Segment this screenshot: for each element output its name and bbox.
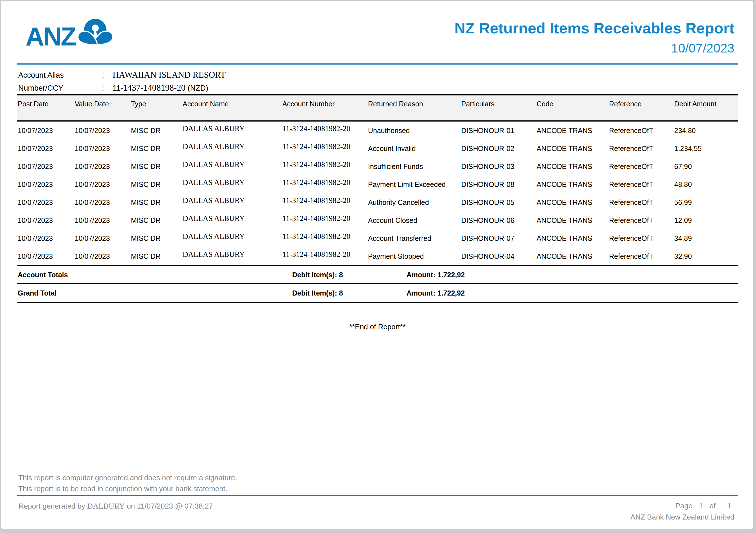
returned-items-table: Post Date Value Date Type Account Name A… bbox=[17, 94, 738, 303]
cell-value-date: 10/07/2023 bbox=[75, 163, 131, 171]
cell-debit-amount: 32,90 bbox=[674, 252, 738, 261]
footer-note-signature: This report is computer generated and do… bbox=[18, 473, 237, 482]
table-row: 10/07/2023 10/07/2023 MISC DR DALLAS ALB… bbox=[17, 193, 738, 211]
cell-value-date: 10/07/2023 bbox=[75, 198, 131, 207]
account-meta: Account Alias : HAWAIIAN ISLAND RESORT N… bbox=[18, 70, 412, 96]
col-header-account-name: Account Name bbox=[183, 100, 282, 108]
account-alias-label: Account Alias bbox=[18, 71, 102, 80]
account-totals-amount-label: Amount: bbox=[407, 270, 435, 279]
bank-name: ANZ Bank New Zealand Limited bbox=[631, 513, 734, 521]
cell-returned-reason: Unauthorised bbox=[368, 127, 461, 135]
cell-returned-reason: Account Transferred bbox=[368, 234, 461, 242]
cell-account-name: DALLAS ALBURY bbox=[183, 196, 282, 205]
cell-value-date: 10/07/2023 bbox=[75, 127, 131, 135]
col-header-value-date: Value Date bbox=[75, 100, 131, 108]
cell-account-number: 11-3124-14081982-20 bbox=[282, 124, 368, 133]
account-alias-row: Account Alias : HAWAIIAN ISLAND RESORT bbox=[18, 70, 412, 83]
col-header-particulars: Particulars bbox=[461, 100, 537, 108]
col-header-debit-amount: Debit Amount bbox=[674, 100, 738, 108]
cell-account-number: 11-3124-14081982-20 bbox=[282, 142, 368, 151]
total-pages: 1 bbox=[727, 501, 731, 510]
report-page: ANZ NZ Returned Items Receivables Report… bbox=[1, 1, 753, 529]
cell-returned-reason: Payment Limit Exceeded bbox=[368, 181, 461, 189]
cell-account-number: 11-3124-14081982-20 bbox=[282, 196, 368, 205]
cell-code: ANCODE TRANS bbox=[537, 252, 609, 261]
cell-returned-reason: Authority Cancelled bbox=[368, 198, 461, 207]
number-ccy-value: 11-1437-1408198-20 (NZD) bbox=[113, 83, 412, 93]
footer-divider bbox=[17, 495, 738, 496]
cell-particulars: DISHONOUR-01 bbox=[461, 127, 537, 135]
cell-returned-reason: Account Invalid bbox=[368, 144, 461, 153]
cell-account-name: DALLAS ALBURY bbox=[183, 232, 282, 241]
generated-user: DALBURY bbox=[87, 501, 125, 510]
cell-particulars: DISHONOUR-04 bbox=[461, 252, 537, 261]
cell-returned-reason: Account Closed bbox=[368, 216, 461, 224]
cell-returned-reason: Insufficient Funds bbox=[368, 163, 461, 171]
cell-type: MISC DR bbox=[131, 181, 183, 189]
report-date: 10/07/2023 bbox=[455, 41, 734, 56]
cell-type: MISC DR bbox=[131, 198, 183, 207]
cell-reference: ReferenceOfT bbox=[609, 144, 674, 153]
cell-type: MISC DR bbox=[131, 144, 183, 153]
account-totals-row: Account Totals Debit Item(s): 8 Amount: … bbox=[17, 266, 738, 284]
account-alias-colon: : bbox=[102, 71, 113, 80]
footer-note-statement: This report is to be read in conjunction… bbox=[18, 484, 227, 493]
cell-post-date: 10/07/2023 bbox=[18, 198, 75, 207]
cell-post-date: 10/07/2023 bbox=[18, 163, 75, 171]
cell-account-name: DALLAS ALBURY bbox=[183, 250, 282, 259]
number-ccy-row: Number/CCY : 11-1437-1408198-20 (NZD) bbox=[18, 83, 412, 96]
col-header-reference: Reference bbox=[609, 100, 674, 108]
cell-value-date: 10/07/2023 bbox=[75, 216, 131, 224]
grand-total-row: Grand Total Debit Item(s): 8 Amount: 1.7… bbox=[17, 284, 738, 303]
generated-line: Report generated by DALBURY on 11/07/202… bbox=[18, 501, 213, 511]
cell-account-name: DALLAS ALBURY bbox=[183, 142, 282, 151]
cell-reference: ReferenceOfT bbox=[609, 163, 674, 171]
table-row: 10/07/2023 10/07/2023 MISC DR DALLAS ALB… bbox=[17, 229, 738, 247]
cell-reference: ReferenceOfT bbox=[609, 127, 674, 135]
cell-code: ANCODE TRANS bbox=[537, 144, 609, 153]
col-header-type: Type bbox=[131, 100, 183, 108]
cell-debit-amount: 56,99 bbox=[674, 198, 738, 207]
cell-account-name: DALLAS ALBURY bbox=[183, 160, 282, 169]
cell-type: MISC DR bbox=[131, 234, 183, 242]
anz-lotus-icon bbox=[76, 18, 114, 45]
end-of-report: **End of Report** bbox=[17, 322, 738, 331]
cell-code: ANCODE TRANS bbox=[537, 127, 609, 135]
number-ccy-label: Number/CCY bbox=[18, 84, 102, 93]
table-header-row: Post Date Value Date Type Account Name A… bbox=[17, 94, 738, 121]
cell-reference: ReferenceOfT bbox=[609, 198, 674, 207]
report-title: NZ Returned Items Receivables Report bbox=[455, 20, 734, 37]
cell-type: MISC DR bbox=[131, 216, 183, 224]
cell-particulars: DISHONOUR-03 bbox=[461, 163, 537, 171]
cell-account-number: 11-3124-14081982-20 bbox=[282, 178, 368, 187]
cell-account-number: 11-3124-14081982-20 bbox=[282, 250, 368, 259]
table-row: 10/07/2023 10/07/2023 MISC DR DALLAS ALB… bbox=[17, 140, 738, 158]
table-row: 10/07/2023 10/07/2023 MISC DR DALLAS ALB… bbox=[17, 158, 738, 175]
cell-post-date: 10/07/2023 bbox=[18, 216, 75, 224]
cell-particulars: DISHONOUR-08 bbox=[461, 181, 537, 189]
cell-account-number: 11-3124-14081982-20 bbox=[282, 160, 368, 169]
anz-logo-text: ANZ bbox=[26, 24, 75, 49]
cell-post-date: 10/07/2023 bbox=[18, 181, 75, 189]
cell-debit-amount: 67,90 bbox=[674, 163, 738, 171]
cell-type: MISC DR bbox=[131, 127, 183, 135]
cell-account-number: 11-3124-14081982-20 bbox=[282, 214, 368, 223]
account-totals-label: Account Totals bbox=[18, 270, 68, 279]
anz-logo: ANZ bbox=[26, 18, 114, 45]
cell-post-date: 10/07/2023 bbox=[18, 252, 75, 261]
cell-post-date: 10/07/2023 bbox=[18, 234, 75, 242]
cell-particulars: DISHONOUR-02 bbox=[461, 144, 537, 153]
cell-debit-amount: 48,80 bbox=[674, 181, 738, 189]
cell-code: ANCODE TRANS bbox=[537, 216, 609, 224]
cell-debit-amount: 12,09 bbox=[674, 216, 738, 224]
table-row: 10/07/2023 10/07/2023 MISC DR DALLAS ALB… bbox=[17, 211, 738, 229]
page-indicator: Page 1 of 1 bbox=[675, 501, 731, 510]
cell-type: MISC DR bbox=[131, 252, 183, 261]
cell-debit-amount: 34,89 bbox=[674, 234, 738, 242]
cell-debit-amount: 1.234,55 bbox=[674, 144, 738, 153]
cell-code: ANCODE TRANS bbox=[537, 234, 609, 242]
col-header-code: Code bbox=[537, 100, 609, 108]
grand-total-amount-value: 1.722,92 bbox=[437, 289, 465, 297]
cell-post-date: 10/07/2023 bbox=[18, 127, 75, 135]
title-block: NZ Returned Items Receivables Report 10/… bbox=[455, 20, 734, 56]
